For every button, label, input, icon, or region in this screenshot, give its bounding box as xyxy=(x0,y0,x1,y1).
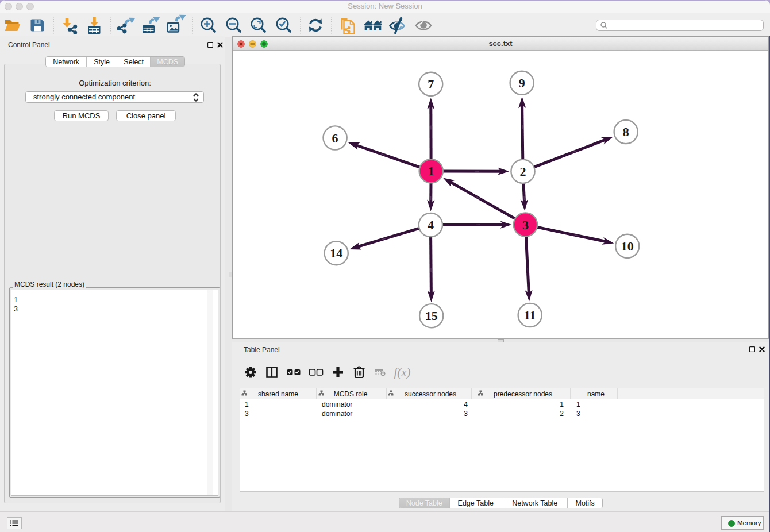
svg-text:15: 15 xyxy=(425,309,438,323)
svg-text:7: 7 xyxy=(428,77,434,91)
svg-text:14: 14 xyxy=(330,246,342,260)
svg-text:8: 8 xyxy=(623,125,629,139)
svg-text:9: 9 xyxy=(519,76,525,90)
svg-text:6: 6 xyxy=(332,131,338,145)
svg-text:11: 11 xyxy=(524,308,536,322)
svg-text:3: 3 xyxy=(522,218,529,232)
svg-text:2: 2 xyxy=(520,164,526,179)
svg-text:4: 4 xyxy=(428,218,434,232)
svg-text:1: 1 xyxy=(428,164,434,178)
svg-text:10: 10 xyxy=(621,239,634,253)
